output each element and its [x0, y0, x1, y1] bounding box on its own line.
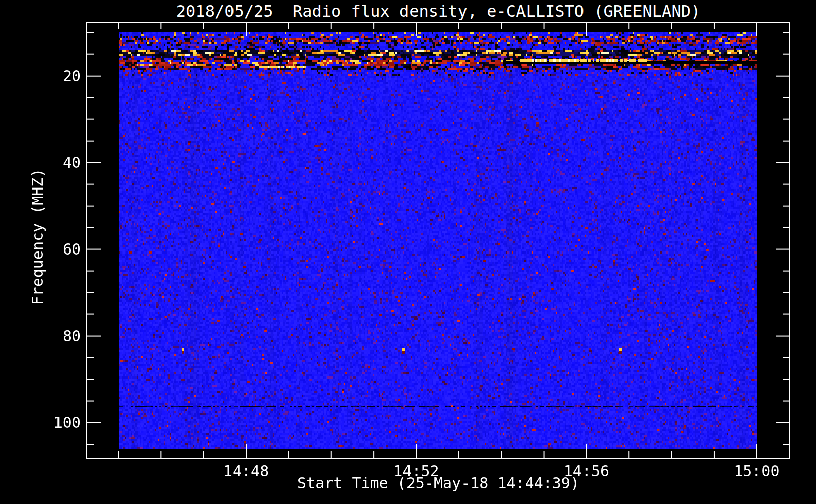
y-tick-label: 20 — [0, 67, 81, 86]
chart-title: 2018/05/25 Radio flux density, e-CALLIST… — [87, 2, 790, 21]
y-tick-label: 40 — [0, 153, 81, 172]
x-tick-label: 14:52 — [393, 462, 439, 480]
x-tick-label: 15:00 — [734, 462, 779, 480]
y-tick-label: 60 — [0, 240, 81, 259]
y-tick-label: 80 — [0, 327, 81, 346]
x-tick-label: 14:56 — [564, 462, 609, 480]
spectrogram-canvas — [119, 32, 757, 449]
y-tick-label: 100 — [0, 413, 81, 432]
x-tick-label: 14:48 — [223, 462, 269, 480]
spectrogram-page: 2018/05/25 Radio flux density, e-CALLIST… — [0, 0, 816, 504]
y-axis-title: Frequency (MHZ) — [29, 169, 46, 305]
